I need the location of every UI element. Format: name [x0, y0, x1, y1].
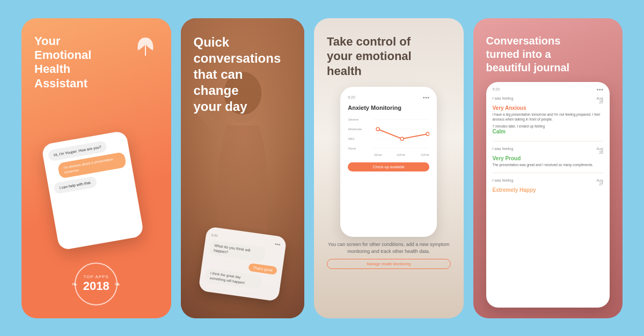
panel-2-content: Quick conversations that can change your…	[181, 18, 305, 131]
chat-bubble-received-2: I can help with that.	[53, 176, 98, 195]
panel-4-headline: Conversations turned into a beautiful jo…	[486, 34, 610, 74]
svg-text:None: None	[348, 147, 356, 150]
manage-health-button[interactable]: Manage Health Monitoring	[327, 259, 451, 269]
panel-1-headline: Your Emotional Health Assistant	[34, 34, 91, 91]
laurel-left-icon: ❧	[71, 280, 78, 288]
panel-2-headline: Quick conversations that can change your…	[194, 34, 292, 115]
journal-entry-2: I was feeling Aug26 Very Proud The prese…	[493, 147, 604, 173]
phone-mockup-3: 9:20 ●●● Anxiety Monitoring Severe Moder…	[340, 87, 437, 237]
entry-text-1: I have a big presentation tomorrow and I…	[493, 112, 604, 122]
panel-3-headline: Take control of your emotional health	[327, 34, 451, 79]
entry-label-2: I was feeling	[493, 147, 514, 151]
award-section: ❧ TOP APPS 2018 ❧	[34, 257, 158, 305]
leaf-icon	[133, 34, 158, 60]
laurel-right-icon: ❧	[114, 280, 121, 288]
phone-status-bar-4: 9:20 ●●●	[493, 87, 604, 91]
svg-text:Severe: Severe	[348, 118, 359, 121]
entry-followup-feeling-1: Calm	[493, 129, 604, 135]
entry-feeling-2: Very Proud	[493, 155, 604, 161]
panels-container: Your Emotional Health Assistant Hi, I'm …	[0, 0, 644, 336]
journal-entry-1: I was feeling Aug25 Very Anxious I have …	[493, 96, 604, 141]
award-year: 2018	[83, 279, 109, 293]
entry-followup-1: 7 minutes later, I ended up feeling	[493, 124, 604, 129]
phone-screen-1: Hi, I'm Youper. How are you? I'm anxious…	[41, 130, 144, 251]
svg-text:Moderate: Moderate	[348, 128, 362, 131]
phone-mockup-4: 9:20 ●●● I was feeling Aug25 Very Anxiou…	[486, 82, 610, 308]
panel-1-top: Your Emotional Health Assistant	[34, 34, 158, 91]
panel-1: Your Emotional Health Assistant Hi, I'm …	[21, 18, 171, 318]
panel-3-subtext: You can screen for other conditions, add…	[327, 241, 451, 255]
award-label: TOP APPS	[84, 274, 109, 279]
entry-label-1: I was feeling	[493, 96, 514, 100]
entry-feeling-1: Very Anxious	[493, 105, 604, 111]
anxiety-chart-svg: Severe Moderate Mild None 28/Jan	[348, 115, 429, 158]
entry-text-2: The presentation was great and I receive…	[493, 162, 604, 167]
anxiety-monitoring-title: Anxiety Monitoring	[348, 104, 429, 111]
entry-date-3: Aug27	[597, 178, 603, 186]
svg-point-13	[400, 137, 404, 140]
entry-header-1: I was feeling Aug25	[493, 96, 604, 104]
entry-header-3: I was feeling Aug27	[493, 178, 604, 186]
entry-header-2: I was feeling Aug26	[493, 147, 604, 154]
journal-entry-3: I was feeling Aug27 Extremely Happy	[493, 178, 604, 199]
anxiety-chart: Severe Moderate Mild None 28/Jan	[348, 115, 429, 158]
check-up-button[interactable]: Check-up available	[348, 162, 429, 171]
entry-label-3: I was feeling	[493, 178, 514, 182]
award-circle: ❧ TOP APPS 2018 ❧	[75, 263, 118, 305]
panel-2: Quick conversations that can change your…	[181, 18, 305, 318]
chat-container-1: Hi, I'm Youper. How are you? I'm anxious…	[48, 138, 130, 198]
svg-text:28/Jan: 28/Jan	[374, 153, 382, 156]
svg-text:10/Feb: 10/Feb	[397, 153, 405, 156]
entry-feeling-3: Extremely Happy	[493, 187, 604, 193]
svg-text:Mild: Mild	[348, 137, 354, 140]
phone-status-bar-3: 9:20 ●●●	[348, 95, 429, 99]
phone-mockup-1: Hi, I'm Youper. How are you? I'm anxious…	[34, 101, 158, 257]
entry-date-2: Aug26	[597, 147, 603, 154]
entry-date-1: Aug25	[597, 96, 603, 104]
svg-point-14	[426, 132, 429, 136]
svg-text:21/Feb: 21/Feb	[421, 153, 429, 156]
svg-point-12	[376, 128, 379, 131]
panel-3: Take control of your emotional health 9:…	[314, 18, 464, 318]
panel-4: Conversations turned into a beautiful jo…	[473, 18, 623, 318]
